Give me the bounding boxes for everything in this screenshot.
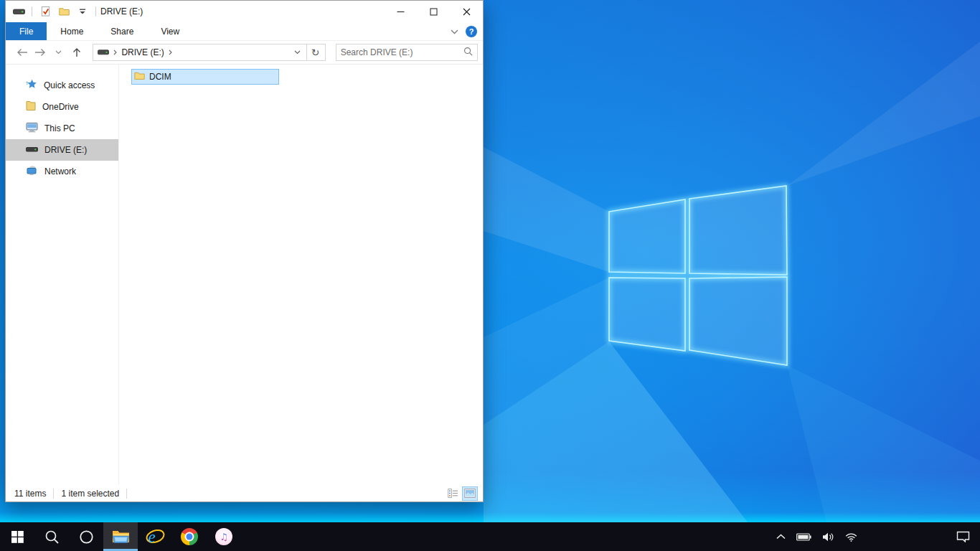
start-button[interactable] [0,522,34,551]
address-divider [306,44,307,60]
close-button[interactable] [450,1,483,22]
tab-view[interactable]: View [147,22,193,40]
drive-icon [11,4,26,19]
address-bar[interactable]: DRIVE (E:) ↻ [93,44,325,61]
hidden-icons-chevron-icon[interactable] [776,534,786,540]
sidebar-item-this-pc[interactable]: This PC [6,118,118,139]
caption-buttons [384,1,483,22]
file-explorer-window: DRIVE (E:) File Home Share View ? [5,0,484,502]
ribbon-tab-bar: File Home Share View ? [6,22,483,41]
maximize-button[interactable] [417,1,450,22]
properties-check-icon[interactable] [38,4,52,19]
minimize-button[interactable] [384,1,417,22]
volume-icon[interactable] [822,532,834,542]
onedrive-folder-icon [26,100,36,113]
recent-locations-chevron-icon[interactable] [51,44,66,61]
sidebar-item-quick-access[interactable]: Quick access [6,75,118,96]
tab-file[interactable]: File [6,22,47,40]
qat-separator [32,6,32,17]
sidebar-item-onedrive[interactable]: OneDrive [6,96,118,118]
sidebar-item-label: This PC [44,123,75,133]
wifi-icon[interactable] [845,532,857,542]
status-separator [126,489,127,499]
refresh-icon[interactable]: ↻ [308,44,324,60]
file-item-dcim[interactable]: DCIM [131,69,279,85]
sidebar-item-drive-e[interactable]: DRIVE (E:) [6,139,118,161]
sidebar-item-label: Quick access [44,80,95,90]
this-pc-monitor-icon [26,122,38,135]
new-folder-icon[interactable] [57,4,71,19]
address-dropdown-chevron-icon[interactable] [290,44,306,60]
svg-text:e: e [148,528,155,546]
search-input[interactable] [341,47,463,57]
search-button[interactable] [34,522,69,551]
large-thumbnails-view-button[interactable] [463,487,477,500]
quick-access-star-icon [26,79,37,92]
network-icon [26,165,38,178]
sidebar-item-network[interactable]: Network [6,161,118,182]
taskbar-file-explorer-button[interactable] [103,522,138,551]
up-button[interactable] [69,44,84,61]
chrome-icon [181,528,198,545]
status-bar: 11 items 1 item selected [6,485,483,501]
drive-icon [98,47,109,57]
tab-home[interactable]: Home [47,22,97,40]
search-box[interactable] [336,44,478,61]
breadcrumb-chevron-icon[interactable] [164,50,176,55]
drive-icon [26,145,38,155]
action-center-icon[interactable] [956,531,970,542]
sidebar-item-label: OneDrive [42,102,79,112]
file-list-area[interactable]: DCIM [119,65,483,485]
search-icon[interactable] [463,47,473,58]
breadcrumb-crumb[interactable]: DRIVE (E:) [121,47,164,57]
file-name: DCIM [149,72,171,82]
taskbar: e ♫ [0,522,980,551]
back-button[interactable] [14,44,29,61]
details-view-button[interactable] [446,487,460,500]
navigation-bar: DRIVE (E:) ↻ [6,41,483,65]
forward-button[interactable] [32,44,47,61]
sidebar-item-label: DRIVE (E:) [44,145,87,155]
taskbar-chrome-button[interactable] [172,522,207,551]
breadcrumb-chevron-icon[interactable] [109,50,121,55]
customize-qat-chevron[interactable] [75,4,90,19]
selection-count: 1 item selected [61,489,119,499]
system-tray [776,522,980,551]
tab-share[interactable]: Share [97,22,147,40]
items-count: 11 items [14,489,46,499]
itunes-icon: ♫ [215,528,232,545]
taskbar-internet-explorer-button[interactable]: e [138,522,172,551]
help-icon[interactable]: ? [466,26,477,37]
folder-icon [134,72,145,83]
taskbar-itunes-button[interactable]: ♫ [207,522,241,551]
qat-separator [95,6,96,17]
quick-access-toolbar [6,4,98,19]
title-bar[interactable]: DRIVE (E:) [6,1,483,22]
status-separator [53,489,54,499]
cortana-button[interactable] [69,522,103,551]
battery-icon[interactable] [796,533,811,541]
navigation-pane: Quick access OneDrive This PC DRIVE (E:) [6,65,119,485]
window-title: DRIVE (E:) [100,6,143,17]
sidebar-item-label: Network [44,166,76,176]
expand-ribbon-chevron-icon[interactable] [451,27,458,37]
